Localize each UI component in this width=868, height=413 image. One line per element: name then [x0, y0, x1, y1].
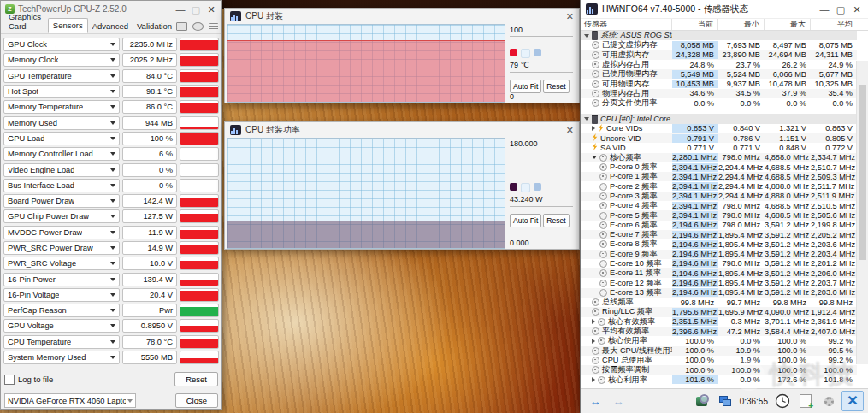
sensor-label[interactable]: 16-Pin Voltage — [3, 288, 120, 302]
sensor-label[interactable]: GPU Temperature — [3, 69, 120, 83]
sensor-label[interactable]: Hot Spot — [3, 85, 120, 98]
dropdown-arrow-icon[interactable] — [110, 215, 115, 218]
sensor-label[interactable]: CPU Temperature — [3, 335, 120, 349]
legend-current-icon[interactable] — [510, 183, 517, 191]
dropdown-arrow-icon[interactable] — [110, 121, 115, 125]
dropdown-arrow-icon[interactable] — [110, 105, 115, 109]
minimize-icon[interactable]: — — [174, 3, 186, 15]
dropdown-arrow-icon[interactable] — [110, 324, 115, 327]
close-button[interactable]: Close — [175, 393, 218, 408]
sensor-label[interactable]: Memory Clock — [3, 53, 120, 67]
settings-icon[interactable] — [192, 22, 204, 31]
legend-min-icon[interactable] — [521, 49, 530, 58]
dropdown-arrow-icon[interactable] — [110, 199, 115, 203]
sensor-label[interactable]: Bus Interface Load — [3, 179, 120, 192]
remote-monitor-button[interactable] — [715, 392, 735, 410]
sensor-label[interactable]: MVDDC Power Draw — [3, 226, 120, 239]
col-min[interactable]: 最小 — [718, 19, 765, 30]
dropdown-arrow-icon[interactable] — [110, 309, 115, 312]
dropdown-arrow-icon[interactable] — [110, 356, 115, 359]
col-current[interactable]: 当前 — [672, 19, 718, 30]
hwinfo-table-header[interactable]: 传感器 当前 最小 最大 平均 — [581, 18, 868, 31]
sensor-row[interactable]: 分页文件使用率0.0 %0.0 %0.0 %0.0 % — [581, 98, 857, 108]
exit-button[interactable]: ✕ — [841, 391, 864, 411]
sensor-label[interactable]: GPU Load — [3, 132, 120, 145]
close-icon[interactable]: ✕ — [205, 3, 217, 15]
tab-graphics-card[interactable]: Graphics Card — [4, 10, 48, 33]
sensor-label[interactable]: GPU Voltage — [3, 319, 120, 333]
scrollbar-thumb[interactable] — [859, 85, 866, 260]
collapse-arrow-icon[interactable] — [584, 34, 589, 38]
dropdown-arrow-icon[interactable] — [110, 58, 115, 62]
expand-arrow-icon[interactable] — [592, 126, 595, 131]
sensor-label[interactable]: GPU Chip Power Draw — [3, 209, 120, 223]
dropdown-arrow-icon[interactable] — [110, 340, 115, 344]
reset-button[interactable]: Reset — [543, 80, 569, 93]
sensor-label[interactable]: Memory Controller Load — [3, 147, 120, 161]
screenshot-icon[interactable] — [176, 22, 187, 31]
sensor-group-header[interactable]: CPU [#0]: Intel Core i... — [581, 114, 857, 123]
legend-min-icon[interactable] — [521, 183, 530, 192]
reset-button[interactable]: Reset — [543, 214, 569, 227]
sensor-row[interactable]: 核心利用率101.6 %0.0 %172.6 %101.8 % — [581, 375, 857, 384]
shrink-columns-button[interactable]: ↔ — [608, 392, 629, 410]
scrollbar[interactable] — [856, 61, 868, 364]
system-summary-button[interactable] — [692, 392, 712, 410]
legend-max-icon[interactable] — [534, 49, 541, 56]
expand-columns-button[interactable]: ↔ — [585, 392, 605, 410]
dropdown-arrow-icon[interactable] — [110, 90, 115, 93]
dropdown-arrow-icon[interactable] — [110, 262, 115, 265]
menu-icon[interactable] — [209, 23, 218, 31]
sensor-label[interactable]: PWR_SRC Voltage — [3, 257, 120, 270]
sensor-label[interactable]: System Memory Used — [3, 351, 120, 364]
sensor-label[interactable]: PWR_SRC Power Draw — [3, 241, 120, 255]
minimize-icon[interactable]: — — [818, 3, 830, 15]
gpu-select-dropdown[interactable]: NVIDIA GeForce RTX 4060 Laptop GPU — [4, 393, 136, 408]
legend-max-icon[interactable] — [534, 183, 541, 191]
col-sensor[interactable]: 传感器 — [581, 19, 672, 30]
expand-arrow-icon[interactable] — [592, 377, 595, 382]
report-button[interactable] — [795, 392, 816, 410]
dropdown-arrow-icon[interactable] — [110, 278, 115, 281]
clock-button[interactable] — [772, 392, 793, 410]
sensor-row[interactable]: Uncore VID0.791 V0.786 V1.151 V0.805 V — [581, 133, 857, 143]
tab-validation[interactable]: Validation — [133, 20, 176, 33]
dropdown-arrow-icon[interactable] — [110, 43, 115, 46]
sensor-label[interactable]: Memory Temperature — [3, 100, 120, 114]
close-icon[interactable]: ✕ — [566, 125, 574, 136]
close-icon[interactable]: ✕ — [566, 11, 574, 22]
dropdown-arrow-icon[interactable] — [110, 184, 115, 187]
dropdown-arrow-icon[interactable] — [110, 231, 115, 234]
dropdown-arrow-icon[interactable] — [110, 293, 115, 297]
sensor-label[interactable]: GPU Clock — [3, 38, 120, 51]
hwinfo-titlebar[interactable]: HWiNFO64 v7.40-5000 - 传感器状态 — ▢ ✕ — [581, 0, 868, 18]
sensor-label[interactable]: 16-Pin Power — [3, 273, 120, 286]
tab-advanced[interactable]: Advanced — [88, 20, 133, 33]
log-to-file-checkbox[interactable] — [4, 375, 15, 385]
col-avg[interactable]: 平均 — [811, 19, 857, 30]
sensor-row[interactable]: Core VIDs0.853 V0.840 V1.321 V0.863 V — [581, 124, 857, 133]
close-icon[interactable]: ✕ — [851, 3, 863, 15]
expand-arrow-icon[interactable] — [592, 339, 595, 344]
sensor-label[interactable]: Board Power Draw — [3, 194, 120, 208]
dropdown-arrow-icon[interactable] — [110, 74, 115, 78]
tab-sensors[interactable]: Sensors — [48, 18, 88, 33]
sensor-label[interactable]: Video Engine Load — [3, 163, 120, 177]
collapse-arrow-icon[interactable] — [584, 117, 589, 121]
collapse-arrow-icon[interactable] — [592, 156, 597, 159]
sensor-label[interactable]: PerfCap Reason — [3, 304, 120, 317]
settings-button[interactable] — [818, 392, 839, 410]
dropdown-arrow-icon[interactable] — [110, 137, 115, 140]
maximize-icon[interactable]: ▢ — [835, 3, 847, 15]
auto-fit-button[interactable]: Auto Fit — [510, 214, 541, 227]
reset-button[interactable]: Reset — [174, 372, 218, 386]
power-graph-titlebar[interactable]: CPU 封装功率 ✕ — [225, 122, 579, 137]
col-max[interactable]: 最大 — [765, 19, 811, 30]
legend-current-icon[interactable] — [510, 49, 517, 56]
dropdown-arrow-icon[interactable] — [110, 246, 115, 250]
temp-graph-titlebar[interactable]: CPU 封装 ✕ — [225, 9, 579, 23]
auto-fit-button[interactable]: Auto Fit — [510, 80, 541, 93]
dropdown-arrow-icon[interactable] — [110, 152, 115, 156]
expand-arrow-icon[interactable] — [592, 319, 595, 324]
sensor-label[interactable]: Memory Used — [3, 116, 120, 130]
